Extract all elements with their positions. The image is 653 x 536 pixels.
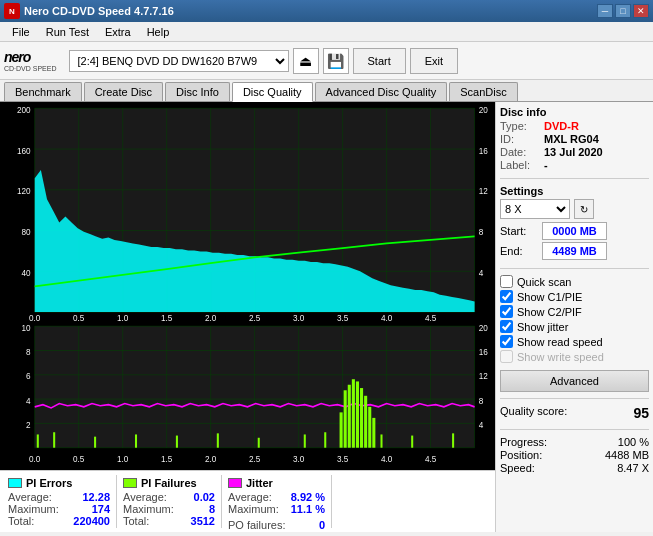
svg-rect-74: [372, 418, 375, 448]
maximize-button[interactable]: □: [615, 4, 631, 18]
eject-icon-button[interactable]: ⏏: [293, 48, 319, 74]
right-panel: Disc info Type: DVD-R ID: MXL RG04 Date:…: [495, 102, 653, 532]
svg-text:16: 16: [479, 347, 488, 357]
settings-refresh-button[interactable]: ↻: [574, 199, 594, 219]
svg-text:2.0: 2.0: [205, 454, 217, 464]
svg-text:80: 80: [22, 227, 31, 238]
svg-rect-66: [340, 413, 343, 448]
show-c2-pif-checkbox[interactable]: [500, 305, 513, 318]
tab-benchmark[interactable]: Benchmark: [4, 82, 82, 101]
show-write-speed-label: Show write speed: [517, 351, 604, 363]
nero-logo-bottom: CD·DVD SPEED: [4, 65, 57, 72]
svg-text:4: 4: [26, 396, 31, 406]
minimize-button[interactable]: ─: [597, 4, 613, 18]
tab-create-disc[interactable]: Create Disc: [84, 82, 163, 101]
svg-rect-62: [217, 434, 219, 448]
date-label: Date:: [500, 146, 540, 158]
settings-title: Settings: [500, 185, 649, 197]
speed-select[interactable]: 8 X: [500, 199, 570, 219]
start-button[interactable]: Start: [353, 48, 406, 74]
divider-3: [500, 398, 649, 399]
show-write-speed-row: Show write speed: [500, 350, 649, 363]
svg-rect-71: [360, 388, 363, 448]
pi-errors-color: [8, 478, 22, 488]
divider-4: [500, 429, 649, 430]
svg-rect-69: [352, 380, 355, 448]
exit-button[interactable]: Exit: [410, 48, 458, 74]
menu-runtest[interactable]: Run Test: [38, 24, 97, 40]
tab-advanced-disc-quality[interactable]: Advanced Disc Quality: [315, 82, 448, 101]
svg-rect-68: [348, 385, 351, 448]
quick-scan-checkbox[interactable]: [500, 275, 513, 288]
svg-rect-59: [94, 437, 96, 448]
svg-text:4.0: 4.0: [381, 313, 392, 321]
show-jitter-label: Show jitter: [517, 321, 568, 333]
pi-failures-avg-value: 0.02: [194, 491, 215, 503]
menu-extra[interactable]: Extra: [97, 24, 139, 40]
id-label: ID:: [500, 133, 540, 145]
jitter-max-value: 11.1 %: [291, 503, 325, 515]
app-title: Nero CD-DVD Speed 4.7.7.16: [24, 5, 174, 17]
svg-rect-57: [37, 435, 39, 448]
svg-text:16: 16: [479, 145, 488, 156]
svg-text:1.0: 1.0: [117, 313, 128, 321]
toolbar: nero CD·DVD SPEED [2:4] BENQ DVD DD DW16…: [0, 42, 653, 80]
svg-text:8: 8: [479, 227, 484, 238]
pi-errors-max-label: Maximum:: [8, 503, 59, 515]
po-failures-value: 0: [319, 519, 325, 531]
nero-logo: nero CD·DVD SPEED: [4, 49, 57, 72]
po-failures-label: PO failures:: [228, 519, 285, 531]
svg-rect-72: [364, 396, 367, 448]
disc-label-label: Label:: [500, 159, 540, 171]
pi-errors-total-label: Total:: [8, 515, 34, 527]
bottom-chart-svg: 10 8 6 4 2 20 16 12 8 4 0.0 0.5 1.0: [2, 324, 493, 468]
divider-2: [500, 268, 649, 269]
pi-failures-max-value: 8: [209, 503, 215, 515]
svg-text:2.5: 2.5: [249, 313, 260, 321]
svg-text:120: 120: [17, 186, 31, 197]
end-field-row: End:: [500, 242, 649, 260]
svg-rect-58: [53, 433, 55, 448]
end-input[interactable]: [542, 242, 607, 260]
svg-rect-70: [356, 382, 359, 448]
window-controls[interactable]: ─ □ ✕: [597, 4, 649, 18]
advanced-button[interactable]: Advanced: [500, 370, 649, 392]
svg-rect-60: [135, 435, 137, 448]
svg-text:3.0: 3.0: [293, 454, 305, 464]
pi-failures-max-label: Maximum:: [123, 503, 174, 515]
save-icon-button[interactable]: 💾: [323, 48, 349, 74]
start-input[interactable]: [542, 222, 607, 240]
show-read-speed-checkbox[interactable]: [500, 335, 513, 348]
svg-rect-61: [176, 436, 178, 448]
drive-select[interactable]: [2:4] BENQ DVD DD DW1620 B7W9: [69, 50, 289, 72]
tab-disc-info[interactable]: Disc Info: [165, 82, 230, 101]
close-button[interactable]: ✕: [633, 4, 649, 18]
svg-text:1.5: 1.5: [161, 313, 172, 321]
main-content: 200 160 120 80 40 20 16 12 8 4 0.0 0.5: [0, 102, 653, 532]
show-c2-pif-row: Show C2/PIF: [500, 305, 649, 318]
svg-text:0.0: 0.0: [29, 313, 40, 321]
menu-help[interactable]: Help: [139, 24, 178, 40]
menu-file[interactable]: File: [4, 24, 38, 40]
svg-text:8: 8: [479, 396, 484, 406]
progress-value: 100 %: [618, 436, 649, 448]
show-read-speed-row: Show read speed: [500, 335, 649, 348]
date-value: 13 Jul 2020: [544, 146, 603, 158]
pi-errors-total-value: 220400: [73, 515, 110, 527]
pi-errors-avg-label: Average:: [8, 491, 52, 503]
pi-failures-avg-label: Average:: [123, 491, 167, 503]
svg-text:3.0: 3.0: [293, 313, 304, 321]
tab-scandisc[interactable]: ScanDisc: [449, 82, 517, 101]
quick-scan-label: Quick scan: [517, 276, 571, 288]
stats-bar: PI Errors Average: 12.28 Maximum: 174 To…: [0, 470, 495, 532]
show-c1-pie-checkbox[interactable]: [500, 290, 513, 303]
pi-failures-total-value: 3512: [191, 515, 215, 527]
nero-logo-top: nero: [4, 49, 57, 65]
tab-disc-quality[interactable]: Disc Quality: [232, 82, 313, 102]
show-write-speed-checkbox[interactable]: [500, 350, 513, 363]
chart-main-area: 200 160 120 80 40 20 16 12 8 4 0.0 0.5: [0, 102, 495, 532]
show-jitter-checkbox[interactable]: [500, 320, 513, 333]
start-field-label: Start:: [500, 225, 538, 237]
disc-label-value: -: [544, 159, 548, 171]
position-value: 4488 MB: [605, 449, 649, 461]
